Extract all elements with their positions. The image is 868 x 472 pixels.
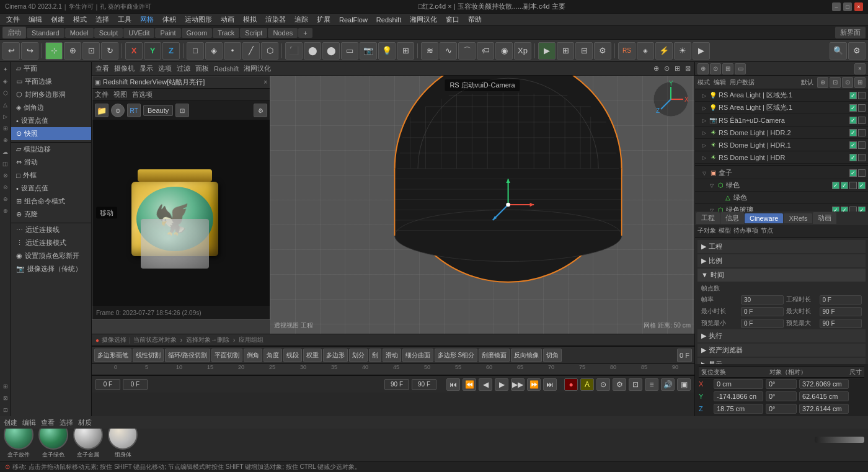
material-btn[interactable]: ◉ bbox=[495, 42, 513, 60]
rp-btn4[interactable]: ▭ bbox=[735, 63, 746, 74]
left-icon-bottom3[interactable]: ⊡ bbox=[1, 405, 11, 415]
3d-viewport[interactable]: RS 启动vuiD-Camera bbox=[270, 76, 694, 334]
tl-linear-cut[interactable]: 线性切割 bbox=[133, 349, 164, 362]
pb-sound[interactable]: 🔊 bbox=[661, 378, 675, 391]
tab-add[interactable]: + bbox=[298, 28, 312, 38]
menu-localize[interactable]: 湘网汉化 bbox=[406, 14, 441, 25]
obj-header-edit[interactable]: 编辑 bbox=[714, 78, 726, 87]
cb2-box[interactable] bbox=[858, 169, 866, 177]
left-icon-12[interactable]: ⊖ bbox=[1, 194, 11, 204]
end-frame-input[interactable] bbox=[384, 379, 409, 390]
vp-right-icon1[interactable]: ⊕ bbox=[653, 65, 659, 73]
sidebar-vertex-color[interactable]: ◉设置顶点色彩新开 bbox=[11, 249, 91, 262]
coord-x-rot[interactable] bbox=[766, 379, 797, 389]
left-icon-4[interactable]: △ bbox=[1, 100, 11, 110]
sidebar-close-poly[interactable]: ⬡封闭多边形洞 bbox=[11, 88, 91, 101]
nurbs-btn[interactable]: ⌒ bbox=[458, 42, 476, 60]
tl-scrape[interactable]: 刮 bbox=[369, 349, 381, 362]
coord-y-pos[interactable] bbox=[714, 391, 763, 401]
menu-select[interactable]: 选择 bbox=[92, 14, 113, 25]
coord-z-pos[interactable] bbox=[714, 404, 763, 414]
redo-button[interactable]: ↪ bbox=[21, 42, 38, 60]
sidebar-set-point2[interactable]: •设置点值 bbox=[11, 182, 91, 195]
menu-animate[interactable]: 动画 bbox=[217, 14, 238, 25]
obj-dome-2[interactable]: ▷ ☀ RS Dome Light | HDR.2 ✓ bbox=[695, 127, 868, 139]
cb2-dome[interactable] bbox=[858, 154, 866, 161]
sidebar-near-mode[interactable]: ⋮远近连接模式 bbox=[11, 236, 91, 249]
vp-right-icon3[interactable]: ⊞ bbox=[675, 65, 680, 73]
menu-render[interactable]: 渲染器 bbox=[262, 14, 290, 25]
render-circle-btn[interactable]: ⊙ bbox=[111, 104, 125, 117]
deform-btn[interactable]: ≋ bbox=[421, 42, 438, 60]
obj-box-group[interactable]: ▽ ▣ 盒子 ✓ bbox=[695, 167, 868, 179]
add-light[interactable]: 💡 bbox=[378, 42, 396, 60]
section-scale[interactable]: ▶ 比例 bbox=[698, 254, 866, 267]
menu-create[interactable]: 创建 bbox=[47, 14, 68, 25]
tl-poly[interactable]: 多边形 bbox=[323, 349, 348, 362]
mat-view[interactable]: 查看 bbox=[41, 418, 55, 427]
left-icon-5[interactable]: ▷ bbox=[1, 112, 11, 122]
cb1-rs-cam[interactable]: ✓ bbox=[849, 117, 857, 124]
obj-dome-1[interactable]: ▷ ☀ RS Dome Light | HDR.1 ✓ bbox=[695, 139, 868, 151]
rp-btn1[interactable]: ⊕ bbox=[698, 63, 709, 74]
cb2-green[interactable]: ✓ bbox=[841, 182, 848, 189]
cb1-dome-1[interactable]: ✓ bbox=[849, 141, 857, 149]
add-plane[interactable]: ▭ bbox=[341, 42, 358, 60]
tl-segment[interactable]: 线段 bbox=[283, 349, 302, 362]
edit-mode-btn[interactable]: ◈ bbox=[205, 42, 223, 60]
vp-options[interactable]: 选项 bbox=[158, 64, 172, 73]
vp-display[interactable]: 显示 bbox=[140, 64, 153, 73]
mat-material[interactable]: 材质 bbox=[78, 418, 92, 427]
cb2-rs-area-1[interactable] bbox=[858, 104, 866, 112]
menu-extend[interactable]: 扩展 bbox=[313, 14, 334, 25]
render-folder-btn[interactable]: 📁 bbox=[95, 104, 108, 117]
menu-track[interactable]: 追踪 bbox=[291, 14, 312, 25]
left-icon-3[interactable]: ⬡ bbox=[1, 88, 11, 98]
rs-btn5[interactable]: ▶ bbox=[693, 42, 710, 60]
pb-record[interactable]: ● bbox=[564, 378, 578, 391]
sidebar-near-connect[interactable]: ⋯远近连接线 bbox=[11, 223, 91, 236]
sub-tab-children[interactable]: 子对象 bbox=[698, 226, 716, 235]
tab-standard[interactable]: Standard bbox=[27, 28, 64, 38]
menu-tools[interactable]: 工具 bbox=[114, 14, 135, 25]
sidebar-model-edge[interactable]: ▱模型边移 bbox=[11, 143, 91, 156]
menu-redshift[interactable]: Redshift bbox=[373, 15, 405, 25]
tl-subdivide[interactable]: 划分 bbox=[349, 349, 368, 362]
sidebar-slide[interactable]: ⇔滑动 bbox=[11, 156, 91, 169]
pb-render-preview[interactable]: ▣ bbox=[677, 378, 691, 391]
menu-realflow[interactable]: RealFlow bbox=[335, 15, 371, 25]
xpresso-btn[interactable]: Xp bbox=[514, 42, 531, 60]
tab-script[interactable]: Script bbox=[240, 28, 267, 38]
proj-len-input[interactable] bbox=[820, 295, 862, 305]
tl-ngon3[interactable]: 切角 bbox=[543, 349, 562, 362]
pb-prev-frame[interactable]: ◀ bbox=[479, 378, 492, 391]
section-assets[interactable]: ▶ 资产浏览器 bbox=[698, 344, 866, 357]
coord-y-rot[interactable] bbox=[766, 391, 797, 401]
coord-z-scale[interactable] bbox=[799, 404, 849, 414]
tab-animate[interactable]: 动画 bbox=[813, 212, 836, 224]
sidebar-snapshot[interactable]: ⊙快照 bbox=[11, 127, 91, 140]
tl-right-btn[interactable]: 0 F bbox=[677, 349, 692, 362]
menu-simulate[interactable]: 模拟 bbox=[239, 14, 260, 25]
left-icon-9[interactable]: ◫ bbox=[1, 159, 11, 169]
pb-last[interactable]: ⏭ bbox=[543, 378, 557, 391]
coord-mode3-label[interactable]: 尺寸 bbox=[849, 368, 862, 376]
cb4-gg[interactable]: ✓ bbox=[858, 207, 866, 212]
tl-weight[interactable]: 权重 bbox=[303, 349, 322, 362]
tab-xrefs[interactable]: XRefs bbox=[784, 213, 812, 223]
rs-option3[interactable]: 应用组组 bbox=[239, 336, 264, 344]
vp-redshift[interactable]: Redshift bbox=[214, 65, 239, 73]
render-menu-view[interactable]: 视图 bbox=[113, 90, 127, 99]
render-rt-btn[interactable]: RT bbox=[127, 104, 141, 117]
tab-paint[interactable]: Paint bbox=[155, 28, 180, 38]
sub-tab-model[interactable]: 模型 bbox=[719, 226, 731, 235]
coord-y-scale[interactable] bbox=[799, 391, 849, 401]
pb-play-fwd[interactable]: ▶▶ bbox=[511, 378, 525, 391]
pb-keyframe[interactable]: ⊙ bbox=[596, 378, 610, 391]
add-target[interactable]: ⊞ bbox=[397, 42, 414, 60]
max-frame-input[interactable] bbox=[412, 379, 436, 390]
tool-rotate[interactable]: ↻ bbox=[101, 42, 118, 60]
vp-right-icon4[interactable]: ⊠ bbox=[685, 65, 691, 73]
obj-header-btn1[interactable]: ⊕ bbox=[817, 77, 828, 88]
obj-green-mat[interactable]: △ 绿色 bbox=[695, 192, 868, 204]
